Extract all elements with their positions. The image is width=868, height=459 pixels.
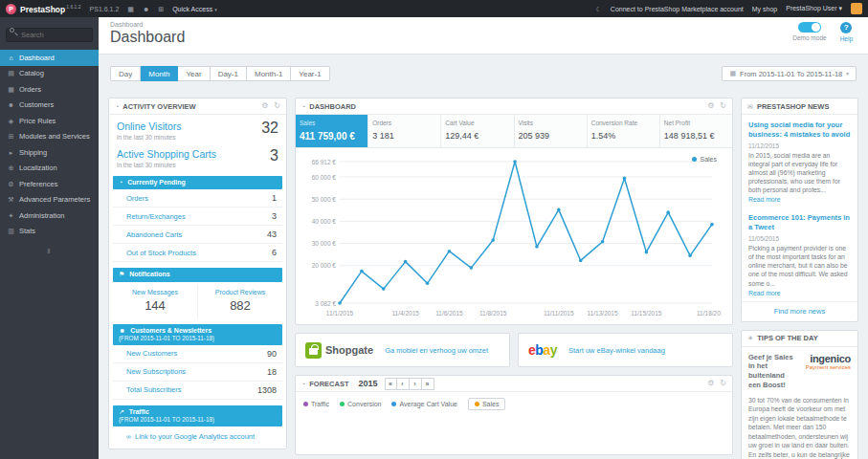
out-of-stock-link[interactable]: Out of Stock Products	[126, 249, 196, 257]
first-page-button[interactable]: «	[385, 378, 397, 390]
quick-access-menu[interactable]: Quick Access ▾	[172, 6, 216, 12]
sidebar-item-orders[interactable]: ▦Orders	[0, 81, 99, 98]
article-body: In 2015, social media are an integral pa…	[748, 151, 851, 195]
forecast-legend-sales[interactable]: Sales	[468, 398, 506, 410]
total-subscribers-link[interactable]: Total Subscribers	[126, 385, 182, 394]
clock-icon: ◔	[115, 103, 119, 110]
modules-icon[interactable]: ⊞	[158, 6, 164, 12]
kpi-orders[interactable]: Orders3 181	[368, 115, 441, 147]
forecast-legend-traffic[interactable]: Traffic	[303, 401, 329, 407]
previous-page-button[interactable]: ‹	[397, 378, 410, 390]
administration-icon: ✦	[7, 212, 15, 219]
new-messages-link[interactable]: New Messages	[115, 289, 195, 295]
refresh-icon[interactable]: ↻	[720, 102, 726, 110]
help-button[interactable]: ? Help	[840, 22, 853, 42]
activity-overview-panel: ◔ ACTIVITY OVERVIEW ⚙ ↻ Online Visitors …	[108, 98, 287, 449]
filter-year-1-button[interactable]: Year-1	[291, 66, 329, 81]
moon-icon[interactable]: ☾	[596, 6, 602, 12]
article-title-link[interactable]: Ecommerce 101: Payments in a Tweet	[748, 213, 851, 232]
panel-title: FORECAST	[309, 380, 348, 388]
legend-dot	[475, 402, 479, 406]
gear-icon[interactable]: ⚙	[707, 102, 714, 110]
price-rules-icon: ◈	[7, 118, 15, 124]
filter-day-1-button[interactable]: Day-1	[211, 66, 247, 81]
ebay-promo-link[interactable]: Start uw eBay-winkel vandaag	[568, 346, 665, 355]
filter-month-button[interactable]: Month	[141, 66, 178, 81]
orders-link[interactable]: Orders	[126, 194, 148, 203]
my-shop-link[interactable]: My shop	[752, 6, 777, 12]
forecast-year[interactable]: 2015	[358, 379, 377, 388]
row-value: 1	[272, 193, 277, 203]
refresh-icon[interactable]: ↻	[720, 380, 726, 387]
user-menu[interactable]: PrestaShop User ▾	[786, 5, 842, 12]
dashboard-panel: ◔ DASHBOARD ⚙ ↻ Sales411 759,00 € Orders…	[295, 98, 733, 325]
breadcrumb: Dashboard	[99, 17, 868, 28]
sidebar-item-administration[interactable]: ✦Administration	[0, 208, 99, 224]
chevron-down-icon: ▾	[846, 71, 849, 76]
avatar[interactable]	[851, 3, 862, 14]
article-title-link[interactable]: Using social media for your business: 4 …	[748, 120, 851, 140]
kpi-sales[interactable]: Sales411 759,00 €	[296, 115, 368, 147]
filter-day-button[interactable]: Day	[110, 66, 141, 81]
kpi-net-profit[interactable]: Net Profit148 918,51 €	[660, 115, 732, 147]
read-more-link[interactable]: Read more	[748, 290, 851, 296]
shopgate-promo-card: Shopgate Ga mobiel en verhoog uw omzet	[295, 333, 510, 367]
new-subscriptions-link[interactable]: New Subscriptions	[126, 367, 186, 376]
ebay-letter: a	[543, 342, 549, 358]
read-more-link[interactable]: Read more	[748, 196, 851, 203]
shop-name: PS1.6.1.2	[90, 6, 120, 12]
google-analytics-label: Link to your Google Analytics account	[135, 432, 255, 441]
user-icon[interactable]: ☻	[143, 6, 149, 12]
refresh-icon[interactable]: ↻	[274, 102, 280, 110]
filter-month-1-button[interactable]: Month-1	[247, 66, 291, 81]
quick-access-label: Quick Access	[172, 6, 212, 12]
cart-icon[interactable]: ▦	[127, 6, 134, 12]
pending-row: Out of Stock Products6	[113, 244, 282, 262]
sidebar-item-dashboard[interactable]: ⌂Dashboard	[0, 50, 99, 66]
kpi-visits[interactable]: Visits205 939	[515, 115, 588, 147]
article-date: 11/12/2015	[748, 142, 851, 149]
sidebar-item-catalog[interactable]: ▤Catalog	[0, 66, 99, 82]
abandoned-carts-link[interactable]: Abandoned Carts	[126, 230, 182, 239]
filter-year-button[interactable]: Year	[178, 66, 210, 81]
svg-text:11/4/2015: 11/4/2015	[391, 310, 419, 317]
search-input[interactable]	[6, 28, 93, 42]
find-more-news-link[interactable]: Find more news	[742, 301, 857, 321]
forecast-legend-average-cart-value[interactable]: Average Cart Value	[391, 401, 456, 407]
kpi-conversion-rate[interactable]: Conversion Rate1.54%	[588, 115, 660, 147]
next-page-button[interactable]: ›	[410, 378, 422, 390]
product-reviews-link[interactable]: Product Reviews	[200, 289, 280, 295]
active-carts-link[interactable]: Active Shopping Carts	[117, 148, 216, 160]
legend-label: Traffic	[311, 401, 329, 407]
gear-icon[interactable]: ⚙	[707, 380, 714, 387]
home-icon: ⌂	[7, 55, 15, 61]
marketplace-link[interactable]: Connect to PrestaShop Marketplace accoun…	[611, 6, 744, 12]
period-filter-group: Day Month Year Day-1 Month-1 Year-1	[110, 66, 330, 81]
date-range-button[interactable]: ▦ From 2015-11-01 To 2015-11-18 ▾	[722, 66, 857, 81]
new-customers-link[interactable]: New Customers	[126, 349, 177, 358]
sidebar-item-stats[interactable]: ▥Stats	[0, 224, 99, 240]
section-subtitle: (FROM 2015-11-01 TO 2015-11-18)	[119, 416, 277, 424]
sidebar-item-preferences[interactable]: ⚙Preferences	[0, 176, 99, 192]
last-page-button[interactable]: »	[422, 378, 434, 390]
sidebar-item-shipping[interactable]: ▸Shipping	[0, 144, 99, 161]
panel-title: TIPS OF THE DAY	[757, 334, 817, 342]
gear-icon[interactable]: ⚙	[261, 102, 268, 110]
google-analytics-link[interactable]: ∞ Link to your Google Analytics account	[113, 426, 282, 448]
sidebar-item-modules[interactable]: ⊞Modules and Services	[0, 129, 99, 145]
demo-mode-toggle[interactable]	[798, 22, 821, 33]
sidebar-item-customers[interactable]: ☻Customers	[0, 98, 99, 114]
legend-dot	[391, 402, 396, 406]
shopgate-promo-link[interactable]: Ga mobiel en verhoog uw omzet	[385, 346, 488, 355]
online-visitors-link[interactable]: Online Visitors	[117, 120, 182, 132]
shopgate-bag-icon	[305, 342, 322, 359]
sidebar-item-price-rules[interactable]: ◈Price Rules	[0, 113, 99, 129]
sidebar-item-advanced-parameters[interactable]: ⚒Advanced Parameters	[0, 192, 99, 208]
kpi-cart-value[interactable]: Cart Value129,44 €	[441, 115, 514, 147]
sidebar-item-localization[interactable]: ⊕Localization	[0, 161, 99, 177]
forecast-chart-area	[296, 416, 732, 454]
svg-text:11/11/2015: 11/11/2015	[544, 310, 574, 317]
returns-link[interactable]: Return/Exchanges	[126, 212, 186, 221]
sidebar-collapse-icon[interactable]: ‖	[0, 247, 99, 255]
forecast-legend-conversion[interactable]: Conversion	[340, 401, 381, 407]
